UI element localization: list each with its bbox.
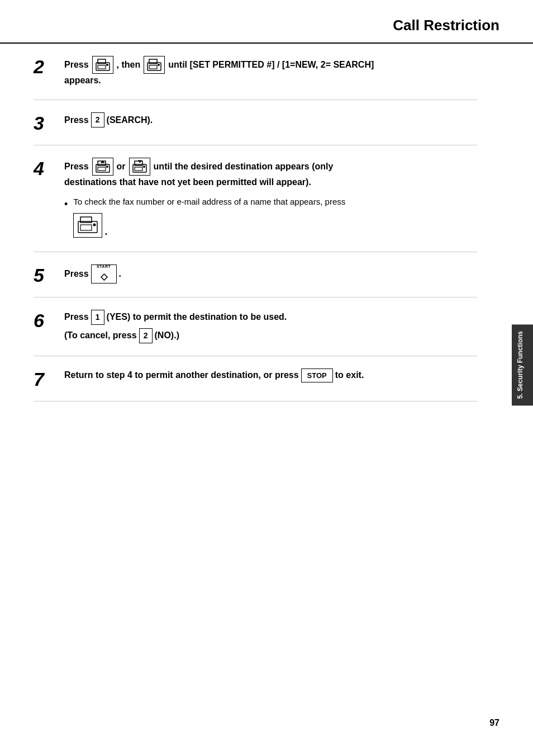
step-7-content: Return to step 4 to permit another desti… [64,368,477,383]
side-tab-label: 5. Security Functions [516,331,524,399]
step-6-number: 6 [34,310,64,330]
step-7-return-label: Return to step 4 to permit another desti… [64,368,299,382]
step-7-row: 7 Return to step 4 to permit another des… [34,356,477,401]
svg-rect-6 [149,65,157,69]
step-4-row: 4 Press or [34,145,477,252]
step-7-number: 7 [34,368,64,389]
bullet-content: To check the fax number or e-mail addres… [73,196,477,239]
step-6-cancel-label: (To cancel, press [64,329,137,342]
key-2-no-button: 2 [139,328,153,343]
page-title: Call Restriction [393,17,499,34]
step-3-content: Press 2 (SEARCH). [64,112,477,127]
step-5-period: . [119,267,121,281]
step-2-number: 2 [34,56,64,76]
step-2-row: 2 Press , then [34,44,477,100]
bullet-text-label: To check the fax number or e-mail addres… [73,197,345,206]
step-5-number: 5 [34,264,64,285]
step-2-then-label: , then [117,58,141,72]
step-2-press-label: Press [64,58,89,72]
bullet-period: . [104,226,107,237]
step-6-row: 6 Press 1 (YES) to permit the destinatio… [34,297,477,356]
key-1-button: 1 [91,310,104,325]
start-button-icon: START ◇ [91,264,117,284]
step-6-yes-label: (YES) to permit the destination to be us… [107,310,287,324]
step-7-exit-label: to exit. [335,368,364,382]
step-4-number: 4 [34,158,64,178]
step-2-content: Press , then [64,56,477,87]
page-container: Call Restriction 2 Press [0,0,533,756]
step-4-or-label: or [117,160,126,173]
svg-rect-18 [80,225,92,230]
svg-rect-5 [149,59,157,64]
stop-button: STOP [301,368,333,383]
svg-rect-13 [135,161,142,166]
step-4-desc-label: destinations that have not yet been perm… [64,177,311,187]
key-2-button: 2 [91,112,104,127]
svg-point-11 [106,166,108,168]
step-2-until-label: until [SET PERMITTED #] / [1=NEW, 2= SEA… [168,58,374,72]
page-number: 97 [489,718,499,728]
fax-icon-down [129,158,150,176]
svg-point-19 [93,223,96,226]
svg-point-7 [158,64,160,66]
start-label-text: START [97,264,111,270]
step-2-appears-label: appears. [64,75,101,85]
svg-point-15 [143,166,145,168]
start-diamond-icon: ◇ [101,270,107,284]
step-3-search-label: (SEARCH). [107,114,153,127]
fax-icon-large [73,213,102,238]
svg-rect-1 [98,59,106,64]
page-title-area: Call Restriction [0,0,533,44]
step-4-content: Press or [64,158,477,239]
svg-rect-2 [98,65,106,69]
step-5-press-label: Press [64,267,89,281]
step-6-content: Press 1 (YES) to permit the destination … [64,310,477,343]
step-4-press-label: Press [64,160,89,173]
svg-rect-14 [135,167,142,171]
step-5-content: Press START ◇ . [64,264,477,284]
fax-icon-up [92,158,113,176]
step-6-press-label: Press [64,310,89,324]
step-3-press-label: Press [64,114,89,127]
step-6-no-label: (NO).) [155,329,179,342]
svg-rect-10 [98,167,106,171]
step-4-until-label: until the desired destination appears (o… [154,160,334,173]
svg-rect-16 [78,221,97,233]
fax-icon-2 [144,56,165,74]
step-3-row: 3 Press 2 (SEARCH). [34,100,477,145]
svg-point-3 [106,64,108,66]
fax-icon-1 [92,56,113,74]
side-tab: 5. Security Functions [512,324,533,405]
step-5-row: 5 Press START ◇ . [34,252,477,297]
step-4-bullet: • To check the fax number or e-mail addr… [64,196,477,239]
step-3-number: 3 [34,112,64,133]
main-content: 2 Press , then [0,44,511,401]
bullet-dot: • [64,197,68,212]
